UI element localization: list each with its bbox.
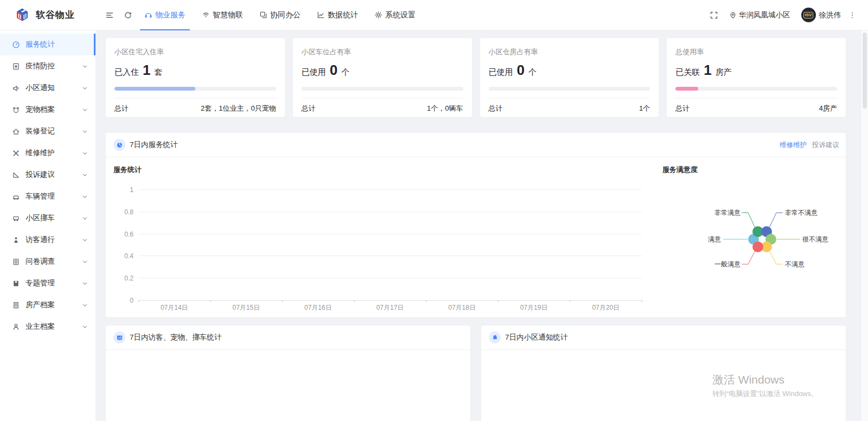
top-header: 软谷物业 物业服务 智慧物联	[0, 0, 868, 30]
sidebar-item-vehicles[interactable]: 车辆管理	[0, 186, 95, 207]
xtick-label: 07月15日	[233, 303, 260, 312]
stat-card-parking: 小区车位占有率 已使用 0 个 总计 1个，0辆车	[293, 38, 472, 117]
xtick-label: 07月16日	[304, 303, 332, 312]
ytick-label: 0.4	[124, 252, 133, 260]
link-repair-maintenance[interactable]: 维修维护	[780, 141, 807, 150]
user-menu[interactable]: ISV 徐洪伟	[801, 8, 841, 22]
stat-footer: 总计 2套，1位业主，0只宠物	[114, 98, 276, 113]
stat-prefix: 已入住	[114, 67, 139, 78]
bookmark-book-icon	[12, 279, 20, 288]
chevron-down-icon	[82, 324, 88, 330]
stat-unit: 房产	[716, 67, 732, 78]
stat-number: 0	[517, 62, 525, 79]
tab-label: 系统设置	[385, 10, 416, 20]
stat-prefix: 已关联	[675, 67, 700, 78]
username: 徐洪伟	[819, 10, 841, 20]
tab-label: 物业服务	[155, 10, 186, 20]
progress-track	[302, 87, 463, 91]
pie-label: 很不满意	[802, 235, 828, 243]
user-outline-icon	[12, 323, 20, 331]
megaphone-icon	[12, 84, 20, 92]
sidebar-item-service-stats[interactable]: 服务统计	[0, 34, 95, 55]
progress-track	[489, 87, 650, 91]
stat-value: 已使用 0 个	[489, 62, 650, 79]
chevron-down-icon	[82, 172, 88, 178]
sidebar-item-repair[interactable]: 维修维护	[0, 142, 95, 164]
notice-stats-panel: 7日内小区通知统计	[481, 326, 846, 421]
sidebar-item-label: 服务统计	[25, 40, 55, 49]
location-pin-icon	[729, 11, 737, 19]
progress-fill	[114, 87, 195, 91]
sidebar-item-visitors[interactable]: 访客通行	[0, 229, 95, 251]
sidebar-item-label: 小区挪车	[25, 213, 55, 223]
picture-stats-icon	[113, 331, 125, 343]
visitor-pet-move-panel: 7日内访客、宠物、挪车统计	[106, 326, 470, 421]
chevron-down-icon	[82, 302, 88, 308]
total-label: 总计	[489, 104, 503, 113]
ytick-label: 0.8	[124, 208, 133, 216]
avatar-badge: ISV	[803, 12, 814, 18]
sidebar-item-topics[interactable]: 专题管理	[0, 272, 95, 294]
panel-title: 7日内访客、宠物、挪车统计	[130, 333, 222, 342]
logo-block[interactable]: 软谷物业	[0, 7, 95, 23]
refresh-icon[interactable]	[124, 11, 132, 20]
triangle-ruler-icon	[12, 171, 20, 179]
sidebar-item-complaints[interactable]: 投诉建议	[0, 164, 95, 186]
sidebar-item-move-car[interactable]: 小区挪车	[0, 207, 95, 229]
tab-system-settings[interactable]: 系统设置	[374, 0, 416, 30]
sidebar-item-property-archive[interactable]: 房产档案	[0, 294, 95, 316]
chevron-down-icon	[82, 129, 88, 135]
panel-links: 维修维护 投诉建议	[774, 141, 839, 150]
ytick-label: 1	[130, 186, 133, 194]
panel-header: 7日内访客、宠物、挪车统计	[106, 326, 470, 350]
tab-smart-iot[interactable]: 智慧物联	[202, 0, 243, 30]
chevron-down-icon	[82, 107, 88, 113]
pie-label: 不满意	[785, 260, 805, 268]
xtick-label: 07月14日	[161, 303, 188, 312]
stat-card-total-usage: 总使用率 已关联 1 房产 总计 4房产	[667, 38, 846, 117]
stat-unit: 个	[528, 67, 537, 78]
community-selector[interactable]: 华润凤凰城小区	[729, 10, 790, 20]
car-icon	[12, 193, 20, 201]
sidebar-item-owner-archive[interactable]: 业主档案	[0, 316, 95, 337]
stat-number: 1	[143, 62, 150, 79]
service-line-chart: 服务统计 1 0.8 0.6 0.4 0.2 0	[106, 157, 655, 317]
tab-collab-office[interactable]: 协同办公	[259, 0, 301, 30]
vertical-scrollbar[interactable]	[860, 30, 868, 421]
tab-property-service[interactable]: 物业服务	[144, 0, 186, 30]
tab-data-stats[interactable]: 数据统计	[317, 0, 358, 30]
sidebar-item-survey[interactable]: 问卷调查	[0, 251, 95, 272]
sidebar-item-label: 访客通行	[25, 235, 55, 245]
ytick-label: 0.6	[124, 231, 133, 238]
chevron-down-icon	[82, 194, 88, 200]
main-content: 小区住宅入住率 已入住 1 套 总计 2套，1位业主，0只宠物 小区车位占有率 …	[95, 30, 868, 421]
line-chart-plot: 1 0.8 0.6 0.4 0.2 0	[138, 189, 642, 300]
sidebar: 服务统计 疫情防控 小区通知	[0, 30, 95, 421]
panel-body-empty	[106, 350, 470, 421]
scrollbar-thumb[interactable]	[863, 33, 867, 109]
more-options-icon[interactable]	[848, 11, 856, 19]
crossed-tools-icon	[12, 149, 20, 157]
total-label: 总计	[114, 104, 129, 113]
sidebar-item-pets[interactable]: 宠物档案	[0, 99, 95, 120]
ytick-label: 0	[130, 297, 133, 304]
sidebar-item-notice[interactable]: 小区通知	[0, 77, 95, 99]
total-label: 总计	[302, 104, 316, 113]
fullscreen-icon[interactable]	[710, 11, 718, 20]
sidebar-item-label: 专题管理	[25, 278, 55, 288]
tab-label: 数据统计	[328, 10, 358, 20]
sidebar-item-epidemic[interactable]: 疫情防控	[0, 55, 95, 77]
sidebar-item-label: 投诉建议	[25, 170, 55, 180]
app-logo-icon	[14, 7, 30, 23]
collapse-menu-icon[interactable]	[105, 11, 114, 20]
headset-icon	[144, 11, 152, 19]
total-value: 1个，0辆车	[427, 104, 463, 113]
pie-label: 一般满意	[714, 260, 741, 268]
tab-label: 智慧物联	[213, 10, 243, 20]
sidebar-item-label: 宠物档案	[25, 105, 55, 114]
sidebar-item-label: 房产档案	[25, 300, 55, 310]
pet-paw-icon	[12, 106, 20, 114]
sidebar-item-renovation[interactable]: 装修登记	[0, 120, 95, 142]
link-complaints-suggestions[interactable]: 投诉建议	[812, 141, 839, 150]
xtick-label: 07月19日	[520, 303, 548, 312]
